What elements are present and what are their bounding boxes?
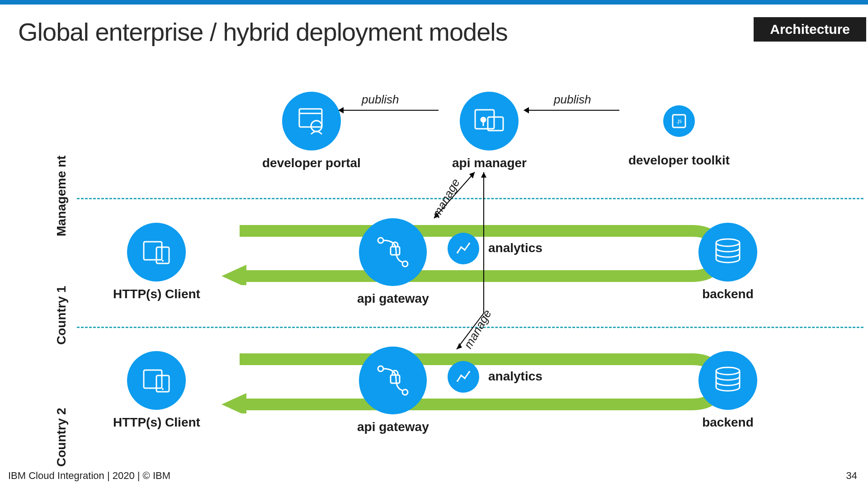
svg-marker-17 <box>481 172 486 178</box>
section-label-country1: Country 1 <box>54 286 69 345</box>
svg-rect-18 <box>144 242 162 260</box>
developer-toolkit-icon: .js <box>663 105 695 137</box>
developer-portal-icon <box>282 92 341 150</box>
svg-point-32 <box>378 366 383 371</box>
node-client-country1: HTTP(s) Client <box>113 223 200 301</box>
category-badge: Architecture <box>754 17 866 42</box>
svg-point-35 <box>457 380 458 382</box>
node-backend-country2: backend <box>698 351 757 430</box>
svg-point-20 <box>162 260 164 262</box>
footer-right: 34 <box>846 470 857 482</box>
arrow-publish-toolkit-manager <box>529 110 619 111</box>
page-title: Global enterprise / hybrid deployment mo… <box>18 17 508 47</box>
section-label-management: Manageme nt <box>54 155 69 236</box>
client-label-2: HTTP(s) Client <box>113 415 200 430</box>
svg-point-25 <box>460 246 462 248</box>
svg-point-28 <box>716 239 740 246</box>
gateway-label-2: api gateway <box>357 420 429 434</box>
section-label-country2: Country 2 <box>54 408 69 467</box>
node-api-manager: api manager <box>452 92 527 170</box>
analytics-label-2: analytics <box>488 369 542 384</box>
node-gateway-country1: api gateway <box>357 218 429 306</box>
diagram-canvas: Manageme nt Country 1 Country 2 develope… <box>0 47 868 431</box>
title-row: Global enterprise / hybrid deployment mo… <box>0 5 868 47</box>
gateway-icon-2 <box>359 347 427 414</box>
svg-point-37 <box>464 377 466 379</box>
backend-label-2: backend <box>698 415 757 430</box>
svg-point-4 <box>311 121 322 131</box>
svg-point-7 <box>481 117 486 122</box>
node-backend-country1: backend <box>698 223 757 301</box>
node-gateway-country2: api gateway <box>357 347 429 434</box>
arrow-publish-manager-portal <box>344 110 439 111</box>
client-icon-1 <box>127 223 186 282</box>
node-analytics-country2 <box>448 361 479 393</box>
footer-left: IBM Cloud Integration | 2020 | © IBM <box>8 470 170 482</box>
node-analytics-country1 <box>448 233 479 264</box>
svg-rect-2 <box>299 109 322 127</box>
gateway-label-1: api gateway <box>357 291 429 306</box>
backend-icon-2 <box>698 351 757 410</box>
node-client-country2: HTTP(s) Client <box>113 351 200 430</box>
svg-text:.js: .js <box>676 118 682 124</box>
label-publish-2: publish <box>554 93 591 107</box>
svg-point-21 <box>378 238 383 243</box>
label-publish-1: publish <box>362 93 399 107</box>
footer: IBM Cloud Integration | 2020 | © IBM 34 <box>8 470 857 482</box>
svg-point-36 <box>460 375 462 376</box>
analytics-icon-2 <box>448 361 479 393</box>
svg-point-27 <box>468 243 470 244</box>
analytics-icon-1 <box>448 233 479 264</box>
svg-point-22 <box>402 261 408 267</box>
svg-point-26 <box>464 249 466 251</box>
svg-point-33 <box>402 389 408 395</box>
svg-point-24 <box>457 252 458 253</box>
accent-bar <box>0 0 868 5</box>
analytics-label-1: analytics <box>488 241 542 255</box>
svg-point-31 <box>162 388 164 390</box>
svg-point-38 <box>468 371 470 373</box>
svg-rect-29 <box>144 370 162 388</box>
svg-marker-0 <box>222 265 246 285</box>
client-icon-2 <box>127 351 186 410</box>
client-label-1: HTTP(s) Client <box>113 287 200 301</box>
developer-portal-label: developer portal <box>262 156 361 170</box>
developer-toolkit-label: developer toolkit <box>628 153 730 168</box>
gateway-icon-1 <box>359 218 427 286</box>
node-developer-toolkit: .js developer toolkit <box>628 105 730 168</box>
backend-icon-1 <box>698 223 757 282</box>
node-developer-portal: developer portal <box>262 92 361 170</box>
api-manager-icon <box>460 92 519 150</box>
svg-point-39 <box>716 367 740 375</box>
backend-label-1: backend <box>698 287 757 301</box>
svg-marker-1 <box>222 393 246 413</box>
